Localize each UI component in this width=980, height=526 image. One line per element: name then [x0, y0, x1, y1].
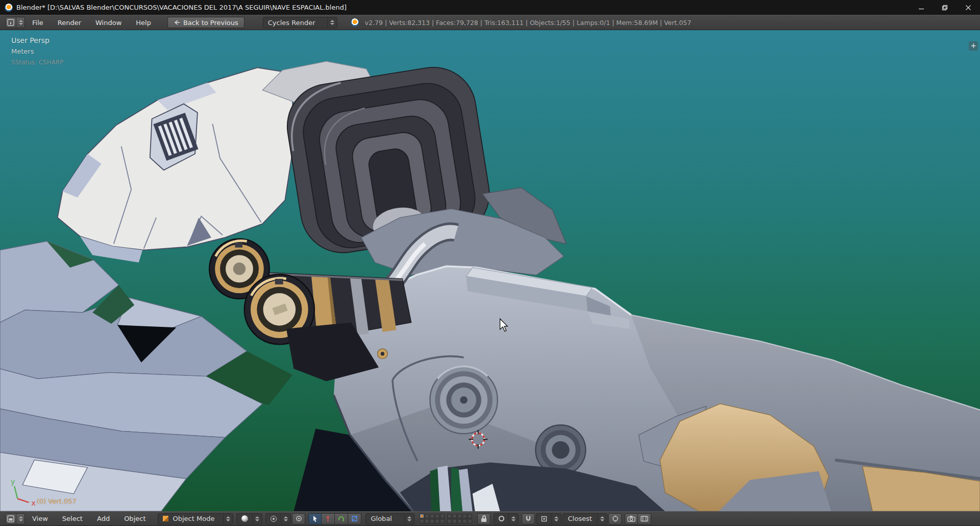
viewport-scene[interactable]: x y	[0, 30, 980, 511]
window-title: Blender* [D:\SALVAS Blender\CONCURSOS\VA…	[16, 4, 347, 11]
menu-object[interactable]: Object	[117, 512, 153, 525]
layer-toggle[interactable]	[462, 514, 467, 518]
editor-type-stepper[interactable]	[16, 514, 23, 524]
film-icon	[641, 515, 649, 522]
lock-icon	[481, 515, 487, 522]
layer-toggle[interactable]	[452, 514, 457, 518]
scene-lock-button[interactable]	[477, 513, 491, 524]
opengl-render-still-button[interactable]	[625, 513, 638, 524]
menu-help[interactable]: Help	[129, 15, 158, 30]
back-to-previous-button[interactable]: Back to Previous	[167, 17, 244, 28]
render-engine-stepper[interactable]	[327, 17, 334, 28]
pivot-stepper[interactable]	[281, 514, 288, 524]
menu-file[interactable]: File	[25, 15, 51, 30]
blender-logo-icon	[351, 18, 359, 27]
layer-toggle[interactable]	[440, 519, 445, 523]
mode-select[interactable]: Object Mode	[158, 513, 233, 524]
axis-y-label: y	[11, 477, 15, 486]
layer-toggle[interactable]	[420, 514, 424, 518]
layer-toggle[interactable]	[425, 519, 429, 523]
snap-toggle-button[interactable]	[522, 513, 535, 524]
magnet-icon	[525, 515, 532, 522]
info-editor-icon	[7, 19, 14, 26]
layer-toggle[interactable]	[457, 519, 462, 523]
manipulator-pointer-icon	[312, 515, 318, 522]
proportional-edit-select[interactable]	[494, 513, 519, 524]
snap-target-stepper[interactable]	[597, 514, 604, 524]
scene-statistics: v2.79 | Verts:82,313 | Faces:79,728 | Tr…	[365, 19, 691, 27]
layer-toggle[interactable]	[435, 519, 439, 523]
scale-manipulator-button[interactable]	[348, 513, 361, 524]
pivot-point-icon	[271, 516, 277, 522]
layer-toggle[interactable]	[468, 519, 472, 523]
proportional-stepper[interactable]	[508, 514, 516, 524]
menu-window[interactable]: Window	[88, 15, 129, 30]
restore-button[interactable]	[933, 0, 957, 15]
editor-type-select[interactable]	[5, 17, 25, 28]
opengl-render-anim-button[interactable]	[638, 513, 651, 524]
menu-render[interactable]: Render	[51, 15, 88, 30]
layer-toggle[interactable]	[435, 514, 439, 518]
viewport-shading-select[interactable]	[236, 513, 262, 524]
menu-add[interactable]: Add	[90, 512, 117, 525]
layer-toggle[interactable]	[468, 514, 472, 518]
close-button[interactable]	[957, 0, 980, 15]
minimize-icon	[918, 5, 924, 11]
pivot-point-select[interactable]	[265, 513, 291, 524]
snap-element-select[interactable]	[536, 513, 561, 524]
layers-widget	[420, 514, 472, 523]
layer-toggle[interactable]	[420, 519, 424, 523]
scale-icon	[351, 515, 358, 522]
layer-toggle[interactable]	[430, 514, 434, 518]
rotate-icon	[338, 515, 345, 522]
viewport-3d[interactable]: x y User Persp Meters SStatus: CSHARP (0…	[0, 30, 980, 511]
shading-sphere-icon	[241, 515, 248, 522]
editor-type-select[interactable]	[5, 513, 25, 524]
wing-port-large[interactable]	[430, 366, 497, 434]
active-object-label: (0) Vert.057	[37, 497, 77, 505]
camera-icon	[627, 515, 636, 522]
snap-element-stepper[interactable]	[551, 514, 558, 524]
viewport-status-label: SStatus: CSHARP	[11, 59, 64, 66]
translate-icon	[325, 515, 331, 522]
object-mode-icon	[163, 516, 168, 521]
manipulator-toggle[interactable]	[308, 513, 322, 524]
snap-element-icon	[541, 516, 547, 522]
orientation-stepper[interactable]	[404, 514, 411, 524]
back-to-previous-label: Back to Previous	[183, 19, 238, 27]
pivot-align-toggle[interactable]	[292, 513, 305, 524]
title-bar: Blender* [D:\SALVAS Blender\CONCURSOS\VA…	[0, 0, 980, 15]
restore-icon	[942, 5, 948, 11]
mode-value: Object Mode	[173, 515, 219, 522]
menu-select[interactable]: Select	[55, 512, 90, 525]
layer-toggle[interactable]	[462, 519, 467, 523]
opengl-render-buttons	[625, 513, 651, 524]
axis-x-label: x	[31, 498, 36, 507]
snap-target-select[interactable]: Closest	[562, 513, 607, 524]
transform-orientation-select[interactable]: Global	[365, 513, 414, 524]
layer-toggle[interactable]	[430, 519, 434, 523]
layers-group-2	[447, 514, 472, 523]
layer-toggle[interactable]	[452, 519, 457, 523]
layer-toggle[interactable]	[425, 514, 429, 518]
blender-logo-icon	[5, 4, 13, 12]
editor-type-stepper[interactable]	[16, 17, 23, 28]
translate-manipulator-button[interactable]	[322, 513, 335, 524]
rotate-manipulator-button[interactable]	[335, 513, 348, 524]
snap-peel-icon	[612, 515, 619, 522]
viewport-units-label: Meters	[11, 47, 34, 55]
render-engine-select[interactable]: Cycles Render	[263, 17, 337, 28]
close-icon	[965, 5, 971, 11]
layer-toggle[interactable]	[440, 514, 445, 518]
layer-toggle[interactable]	[447, 514, 452, 518]
layer-toggle[interactable]	[447, 519, 452, 523]
mode-stepper[interactable]	[223, 514, 230, 524]
menu-view[interactable]: View	[25, 512, 55, 525]
minimize-button[interactable]	[910, 0, 933, 15]
shading-stepper[interactable]	[252, 514, 259, 524]
layer-toggle[interactable]	[457, 514, 462, 518]
toolshelf-expand-button[interactable]: +	[969, 41, 978, 51]
window-controls	[910, 0, 980, 15]
snap-peel-toggle[interactable]	[608, 513, 622, 524]
back-arrow-icon	[174, 19, 180, 26]
